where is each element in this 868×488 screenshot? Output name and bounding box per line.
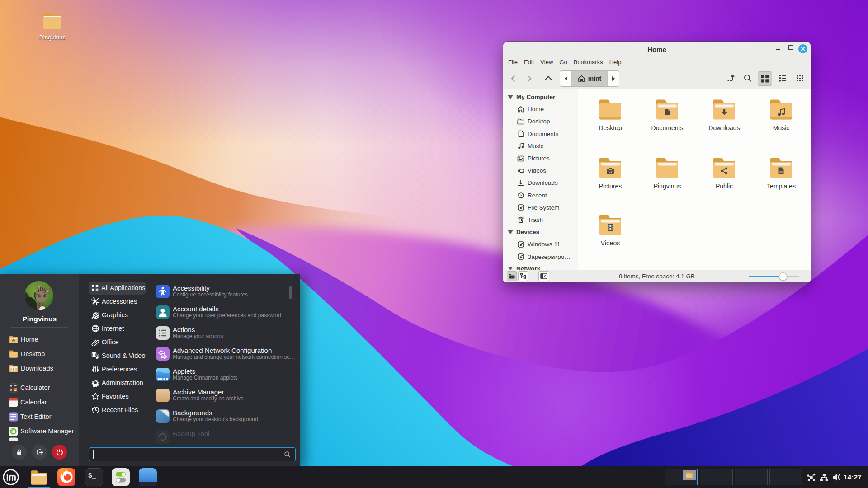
svg-text:$_: $_ <box>88 472 96 479</box>
